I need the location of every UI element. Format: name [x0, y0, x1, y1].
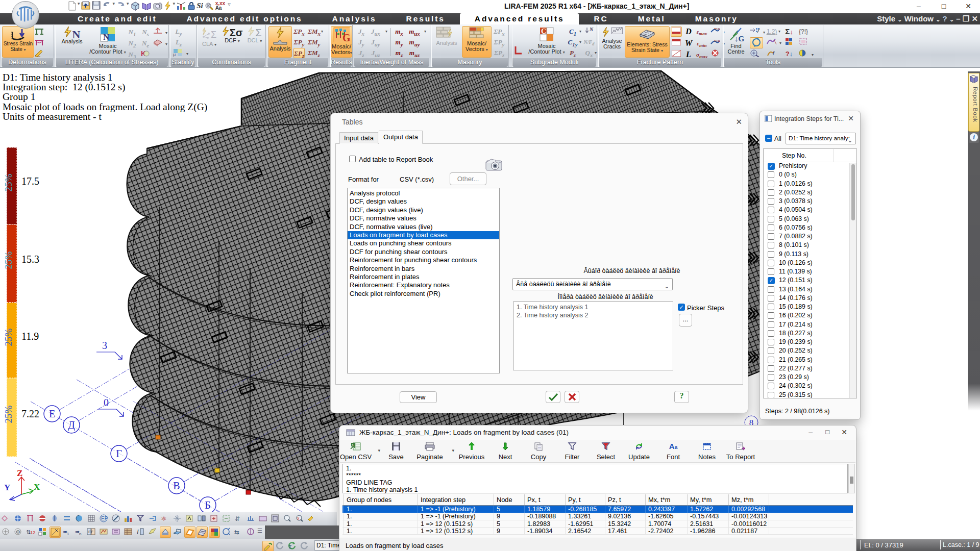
svg-text:N: N: [589, 27, 594, 32]
svg-text:Д: Д: [68, 419, 75, 431]
svg-text:Z: Z: [17, 468, 22, 478]
svg-text:C: C: [541, 28, 546, 35]
svg-text:7.22: 7.22: [21, 408, 39, 419]
svg-text:⇵: ⇵: [235, 515, 240, 522]
svg-text:x: x: [352, 443, 354, 446]
svg-text:25%: 25%: [3, 173, 14, 191]
svg-text:В: В: [173, 480, 180, 491]
svg-text:Σ: Σ: [211, 30, 216, 40]
svg-text:0: 0: [104, 397, 109, 408]
svg-text:⇆: ⇆: [234, 529, 239, 536]
svg-text:Г: Г: [116, 448, 122, 459]
svg-text:f: f: [773, 51, 775, 56]
svg-text:1: 1: [67, 532, 69, 536]
svg-text:25%: 25%: [3, 251, 14, 269]
svg-text:3: 3: [102, 340, 107, 351]
svg-text:⚛: ⚛: [161, 515, 167, 522]
svg-text:μ: μ: [173, 52, 176, 57]
svg-text:15.3: 15.3: [21, 254, 39, 265]
svg-text:Y: Y: [4, 483, 10, 492]
svg-text:EP: EP: [101, 516, 108, 521]
svg-text:n: n: [79, 532, 81, 536]
svg-text:max: max: [714, 27, 720, 31]
svg-text:EF: EF: [88, 530, 93, 534]
svg-text:17.5: 17.5: [21, 176, 39, 187]
svg-text:⚙: ⚙: [16, 529, 20, 535]
svg-text:25%: 25%: [3, 405, 14, 423]
svg-text:Б: Б: [205, 499, 210, 511]
svg-text:x: x: [297, 516, 300, 521]
svg-text:max: max: [714, 38, 720, 43]
svg-text:Σ: Σ: [289, 544, 292, 549]
svg-text:↓G: ↓G: [734, 35, 744, 42]
svg-text:X: X: [34, 482, 40, 492]
svg-text:N: N: [103, 32, 110, 42]
svg-text:Е: Е: [49, 408, 55, 419]
svg-text:G: G: [342, 32, 350, 42]
svg-text:11.9: 11.9: [21, 331, 39, 342]
svg-text:12: 12: [30, 530, 35, 535]
svg-text:I: I: [137, 528, 139, 536]
svg-text:25%: 25%: [3, 328, 14, 346]
